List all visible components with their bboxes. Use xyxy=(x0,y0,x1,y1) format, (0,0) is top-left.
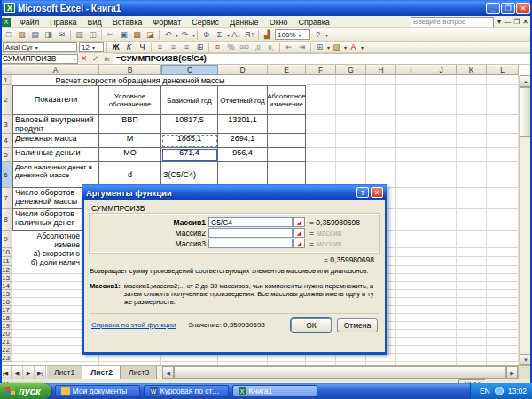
align-right-icon[interactable]: ≡ xyxy=(180,42,193,52)
row-header[interactable]: 6 xyxy=(0,162,12,188)
print-preview-icon[interactable]: ◫ xyxy=(86,29,99,40)
cell-d5[interactable]: 956,4 xyxy=(218,148,268,162)
row-header[interactable]: 10 xyxy=(0,248,12,257)
toolbar-options-icon[interactable]: ▾ xyxy=(325,32,328,38)
menu-item[interactable]: Справка xyxy=(293,18,335,27)
sort-ascending-icon[interactable]: А↓ xyxy=(230,29,243,40)
print-icon[interactable]: ▥ xyxy=(73,29,86,40)
hyperlink-icon[interactable]: ⊕ xyxy=(200,29,213,40)
help-icon[interactable]: ? xyxy=(311,29,325,40)
cancel-button[interactable]: Отмена xyxy=(337,318,378,332)
array3-input[interactable] xyxy=(208,239,293,248)
menu-item[interactable]: Формат xyxy=(147,18,186,27)
column-header[interactable]: L xyxy=(487,65,519,75)
cell-e5[interactable] xyxy=(268,148,306,162)
cell-e4[interactable] xyxy=(268,134,306,148)
row-header[interactable]: 1 xyxy=(0,75,12,85)
decrease-indent-icon[interactable]: ⇤ xyxy=(282,42,295,52)
cell-c2[interactable]: Базисный год xyxy=(161,85,218,115)
tab-sheet2-active[interactable]: Лист2 xyxy=(82,366,121,379)
column-header[interactable]: J xyxy=(426,65,457,75)
row-header[interactable]: 5 xyxy=(0,148,12,162)
task-word-document[interactable]: W Курсовая по статис... xyxy=(144,385,229,397)
array1-range-select-icon[interactable]: ◢ xyxy=(293,217,305,227)
undo-icon[interactable]: ↶ xyxy=(161,29,175,40)
increase-decimal-icon[interactable]: ,0 xyxy=(251,42,264,52)
formula-input[interactable]: =СУММПРОИЗВ(C5/C4) xyxy=(113,53,532,65)
tab-sheet3[interactable]: Лист3 xyxy=(121,366,157,379)
chart-wizard-icon[interactable]: ▟ xyxy=(261,29,274,40)
row-header[interactable]: 9 xyxy=(0,231,12,248)
cell-a11[interactable]: б) доли налич xyxy=(12,257,82,266)
close-button[interactable]: ✕ xyxy=(516,3,530,14)
tab-sheet1[interactable]: Лист1 xyxy=(46,366,82,379)
row-header[interactable]: 11 xyxy=(0,257,12,266)
language-indicator[interactable]: EN xyxy=(480,387,490,395)
menu-item[interactable]: Данные xyxy=(224,18,264,27)
cell-d3[interactable]: 13201,1 xyxy=(218,115,268,134)
task-my-documents[interactable]: Мои документы xyxy=(55,385,140,397)
ok-button[interactable]: ОК xyxy=(291,318,332,332)
cell-c3[interactable]: 10817,5 xyxy=(161,115,218,134)
column-header[interactable]: H xyxy=(366,65,396,75)
cell-b3[interactable]: ВВП xyxy=(99,115,161,134)
font-color-icon[interactable]: А xyxy=(347,42,360,52)
cut-icon[interactable]: ✂ xyxy=(104,29,117,40)
autosum-icon[interactable]: Σ xyxy=(213,29,226,40)
dialog-close-icon[interactable]: ✕ xyxy=(371,187,383,198)
menu-item[interactable]: Сервис xyxy=(186,18,224,27)
question-box[interactable]: Введите вопрос xyxy=(411,17,494,27)
decrease-decimal-icon[interactable]: 0, xyxy=(264,42,278,52)
row-header[interactable]: 8 xyxy=(0,209,12,231)
function-help-link[interactable]: Справка по этой функции xyxy=(91,321,176,329)
font-size-combo[interactable]: 12▾ xyxy=(79,42,104,52)
array3-range-select-icon[interactable]: ◢ xyxy=(293,239,305,248)
row-header[interactable]: 4 xyxy=(0,134,12,148)
column-header[interactable]: K xyxy=(457,65,487,75)
underline-icon[interactable]: Ч xyxy=(136,42,149,52)
email-icon[interactable]: ✉ xyxy=(55,29,68,40)
minimize-button[interactable]: _ xyxy=(486,3,500,14)
horizontal-scroll-thumb[interactable] xyxy=(174,366,506,379)
column-header[interactable]: I xyxy=(396,65,426,75)
last-sheet-icon[interactable]: ▶| xyxy=(35,366,46,379)
cell-e2[interactable]: Абсолютное изменение xyxy=(268,85,306,115)
cell-a10[interactable]: а) скорости о xyxy=(12,248,82,257)
book-close-button[interactable]: ✕ xyxy=(522,18,528,26)
menu-item[interactable]: Окно xyxy=(264,18,293,27)
new-icon[interactable]: □ xyxy=(2,29,15,40)
maximize-button[interactable]: ❐ xyxy=(501,3,515,14)
task-excel-book1[interactable]: X Книга1 xyxy=(232,385,317,397)
increase-indent-icon[interactable]: ⇥ xyxy=(295,42,309,52)
column-header[interactable]: F xyxy=(306,65,336,75)
redo-icon[interactable]: ↷ xyxy=(178,29,192,40)
scroll-right-icon[interactable]: ▶ xyxy=(506,366,518,379)
cell-a2[interactable]: Показатели xyxy=(12,85,99,115)
font-name-combo[interactable]: Arial Cyr▾ xyxy=(3,42,77,52)
merge-center-icon[interactable]: ⊞ xyxy=(193,42,207,52)
redo-dropdown-icon[interactable]: ▾ xyxy=(192,32,195,38)
cell-b2[interactable]: Условное обозначение xyxy=(99,85,161,115)
row-header[interactable]: 23 xyxy=(0,354,12,362)
column-header[interactable]: C xyxy=(161,65,218,75)
select-all-corner[interactable] xyxy=(0,65,12,75)
italic-icon[interactable]: К xyxy=(122,42,136,52)
fill-color-icon[interactable]: ▨ xyxy=(330,42,343,52)
paste-icon[interactable]: ▩ xyxy=(130,29,144,40)
zoom-combo[interactable]: 100%▾ xyxy=(275,29,310,40)
start-button[interactable]: пуск xyxy=(0,383,51,399)
name-box[interactable]: СУММПРОИЗВ ▾ xyxy=(0,54,78,64)
column-header[interactable]: D xyxy=(218,65,268,75)
tray-icon[interactable] xyxy=(495,387,504,395)
array1-input[interactable] xyxy=(208,217,293,227)
currency-icon[interactable]: ¤ xyxy=(211,42,224,52)
row-header[interactable]: 2 xyxy=(0,85,12,115)
menu-item[interactable]: Файл xyxy=(14,18,44,27)
menu-item[interactable]: Вид xyxy=(82,18,107,27)
cancel-entry-icon[interactable]: ✕ xyxy=(78,54,90,64)
horizontal-scrollbar[interactable]: ◀ ▶ xyxy=(162,366,532,379)
percent-icon[interactable]: % xyxy=(224,42,238,52)
sort-descending-icon[interactable]: Я↑ xyxy=(243,29,256,40)
cell-e3[interactable] xyxy=(268,115,306,134)
cell-d4[interactable]: 2694,1 xyxy=(218,134,268,148)
